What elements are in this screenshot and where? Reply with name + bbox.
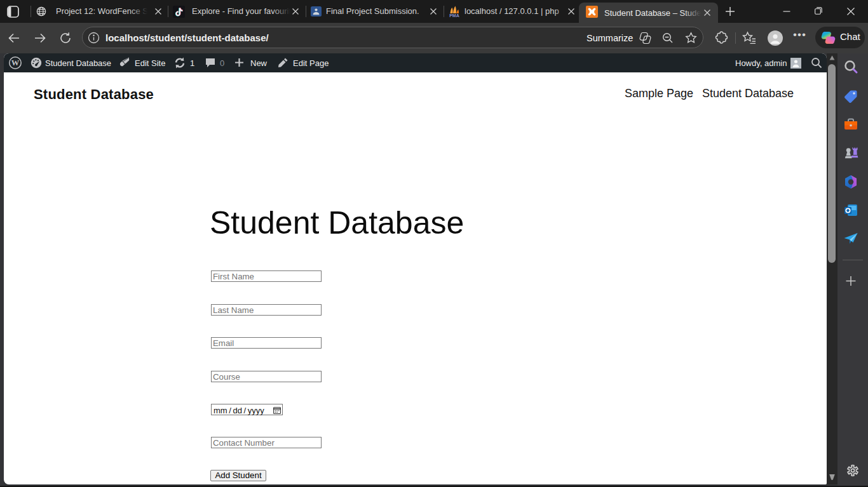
svg-text:PMA: PMA <box>449 13 459 18</box>
svg-text:W: W <box>11 58 20 67</box>
